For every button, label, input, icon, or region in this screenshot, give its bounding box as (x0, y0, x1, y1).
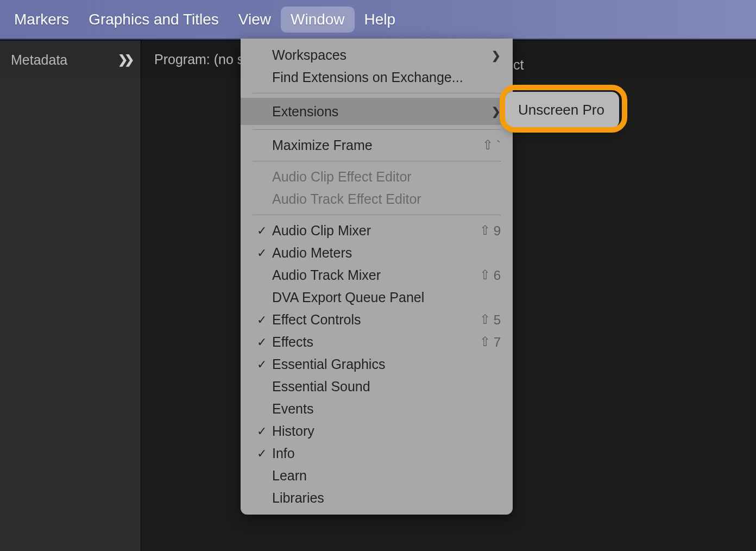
menu-graphics-and-titles[interactable]: Graphics and Titles (79, 7, 229, 33)
metadata-panel (0, 79, 141, 551)
menu-item-label: Essential Sound (272, 379, 501, 395)
right-panel-text-peek: ct (513, 57, 524, 73)
menu-item-label: Audio Track Mixer (272, 267, 480, 283)
menu-window[interactable]: Window (281, 7, 355, 33)
menu-item-history[interactable]: ✓ History (241, 420, 513, 442)
menu-separator (253, 215, 501, 215)
menubar: Markers Graphics and Titles View Window … (0, 0, 756, 39)
menu-item-label: Maximize Frame (272, 137, 482, 153)
menu-view[interactable]: View (229, 7, 281, 33)
menu-item-label: History (272, 423, 501, 439)
menu-item-label: Audio Meters (272, 245, 501, 261)
menu-item-label: Essential Graphics (272, 356, 501, 372)
menu-item-learn[interactable]: Learn (241, 465, 513, 487)
menu-item-label: Learn (272, 468, 501, 484)
menu-item-label: Libraries (272, 490, 501, 506)
shift-key-icon: ⇧ (480, 312, 490, 327)
menu-item-label: Workspaces (272, 47, 492, 63)
menu-shortcut: ⇧ 9 (480, 223, 501, 239)
menu-separator (253, 161, 501, 161)
menu-item-audio-clip-effect-editor: Audio Clip Effect Editor (241, 166, 513, 188)
menu-separator (253, 93, 501, 93)
menu-item-find-extensions[interactable]: Find Extensions on Exchange... (241, 66, 513, 89)
menu-item-audio-track-mixer[interactable]: Audio Track Mixer ⇧ 6 (241, 264, 513, 286)
menu-shortcut: ⇧ ` (482, 138, 501, 153)
menu-item-maximize-frame[interactable]: Maximize Frame ⇧ ` (241, 134, 513, 156)
menu-shortcut: ⇧ 7 (480, 335, 501, 350)
menu-item-events[interactable]: Events (241, 398, 513, 420)
menu-item-label: Events (272, 401, 501, 417)
menu-item-essential-sound[interactable]: Essential Sound (241, 375, 513, 398)
menu-shortcut: ⇧ 6 (480, 268, 501, 283)
menu-item-label: Extensions (272, 104, 492, 120)
panel-tab-metadata[interactable]: Metadata ❯❯ (0, 41, 141, 79)
menu-item-label: Audio Track Effect Editor (272, 191, 501, 207)
check-icon: ✓ (257, 335, 272, 349)
menu-item-effects[interactable]: ✓ Effects ⇧ 7 (241, 331, 513, 353)
window-dropdown: Workspaces ❯ Find Extensions on Exchange… (241, 39, 513, 515)
menu-item-label: Find Extensions on Exchange... (272, 70, 501, 85)
menu-shortcut: ⇧ 5 (480, 312, 501, 328)
menu-item-label: DVA Export Queue Panel (272, 290, 501, 305)
menu-item-libraries[interactable]: Libraries (241, 487, 513, 509)
menu-item-label: Effect Controls (272, 312, 480, 328)
extensions-submenu: Unscreen Pro (505, 92, 619, 128)
check-icon: ✓ (257, 447, 272, 461)
menu-separator (253, 129, 501, 130)
check-icon: ✓ (257, 246, 272, 260)
menu-item-effect-controls[interactable]: ✓ Effect Controls ⇧ 5 (241, 309, 513, 331)
menu-item-extensions[interactable]: Extensions ❯ (241, 98, 513, 125)
submenu-item-unscreen-pro[interactable]: Unscreen Pro (505, 97, 619, 123)
menu-help[interactable]: Help (355, 7, 406, 33)
panel-menu-chevrons-icon[interactable]: ❯❯ (118, 53, 131, 67)
menu-item-label: Effects (272, 334, 480, 350)
menu-markers[interactable]: Markers (4, 7, 79, 33)
check-icon: ✓ (257, 313, 272, 327)
check-icon: ✓ (257, 224, 272, 238)
menu-item-audio-meters[interactable]: ✓ Audio Meters (241, 242, 513, 264)
shift-key-icon: ⇧ (480, 223, 490, 238)
menu-item-dva-export-queue[interactable]: DVA Export Queue Panel (241, 286, 513, 309)
menu-item-essential-graphics[interactable]: ✓ Essential Graphics (241, 353, 513, 375)
check-icon: ✓ (257, 424, 272, 439)
submenu-arrow-icon: ❯ (492, 105, 501, 118)
shift-key-icon: ⇧ (482, 137, 493, 153)
check-icon: ✓ (257, 358, 272, 372)
menu-item-label: Info (272, 446, 501, 461)
menu-item-audio-clip-mixer[interactable]: ✓ Audio Clip Mixer ⇧ 9 (241, 220, 513, 242)
tab-metadata-label: Metadata (11, 52, 67, 68)
menu-item-label: Audio Clip Effect Editor (272, 169, 501, 185)
shift-key-icon: ⇧ (480, 267, 490, 283)
menu-item-label: Audio Clip Mixer (272, 223, 480, 239)
submenu-arrow-icon: ❯ (492, 49, 501, 62)
menu-item-info[interactable]: ✓ Info (241, 442, 513, 465)
menu-item-audio-track-effect-editor: Audio Track Effect Editor (241, 188, 513, 210)
shift-key-icon: ⇧ (480, 334, 490, 349)
menu-item-workspaces[interactable]: Workspaces ❯ (241, 44, 513, 66)
submenu-item-label: Unscreen Pro (518, 102, 606, 118)
